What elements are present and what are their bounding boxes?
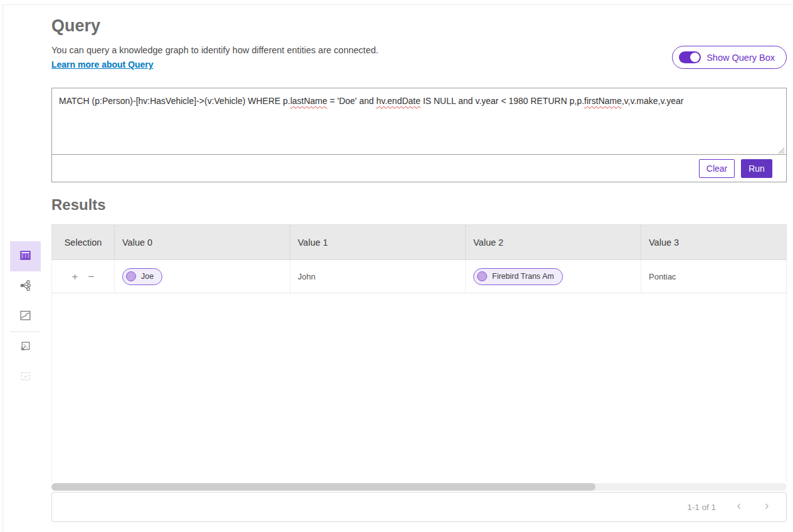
add-to-map-icon (19, 340, 32, 355)
entity-dot-icon (477, 271, 487, 281)
panel-left-divider (3, 4, 3, 532)
remove-selection-button[interactable]: − (88, 271, 95, 282)
query-panel: Query You can query a knowledge graph to… (0, 0, 793, 532)
results-table-header: Selection Value 0 Value 1 Value 2 Value … (51, 224, 787, 260)
row-value3-cell: Pontiac (641, 260, 786, 293)
entity-chip-label: Joe (141, 272, 154, 281)
sidebar-item-add-to-map[interactable] (10, 332, 41, 362)
query-segment-misspelled: lastName (290, 96, 327, 106)
sidebar-item-map-view[interactable] (10, 301, 41, 331)
next-page-button[interactable] (757, 499, 776, 515)
chevron-right-icon (762, 502, 771, 513)
row-value1-cell: John (290, 260, 466, 293)
clear-button[interactable]: Clear (699, 159, 735, 178)
query-segment-misspelled: hv.endDate (376, 96, 421, 106)
link-chart-icon (19, 279, 32, 295)
learn-more-link[interactable]: Learn more about Query (51, 60, 154, 70)
sidebar-item-link-chart-view[interactable] (10, 271, 41, 301)
pagination-bar: 1-1 of 1 (51, 492, 787, 522)
scrollbar-thumb[interactable] (51, 483, 596, 491)
results-title: Results (51, 196, 106, 214)
previous-page-button[interactable] (730, 499, 748, 515)
toggle-switch-on[interactable] (679, 51, 701, 63)
query-segment: IS NULL and v.year < 1980 RETURN p,p. (421, 96, 584, 106)
row-value0-cell: Joe (115, 260, 290, 293)
query-segment: MATCH (p:Person)-[hv:HasVehicle]->(v:Veh… (59, 96, 290, 106)
query-content: Query You can query a knowledge graph to… (51, 0, 787, 532)
table-row: + − Joe John Firebird Trans Am Pont (51, 260, 787, 293)
add-selection-button[interactable]: + (72, 271, 78, 282)
map-icon (19, 309, 32, 325)
chevron-left-icon (735, 502, 743, 513)
sidebar-item-table-view[interactable] (10, 241, 41, 271)
column-header-value2[interactable]: Value 2 (466, 225, 641, 259)
table-empty-area (51, 293, 787, 482)
show-query-box-toggle[interactable]: Show Query Box (672, 46, 787, 69)
page-title: Query (51, 16, 100, 36)
table-icon (19, 249, 32, 264)
toggle-knob (690, 53, 700, 62)
toggle-label: Show Query Box (706, 53, 775, 63)
query-segment: = 'Doe' and (327, 96, 376, 106)
entity-chip-label: Firebird Trans Am (492, 272, 554, 281)
query-editor-box: MATCH (p:Person)-[hv:HasVehicle]->(v:Veh… (51, 88, 787, 182)
query-actions-bar: Clear Run (52, 155, 786, 182)
query-segment-misspelled: firstName (584, 96, 622, 106)
row-selection-cell: + − (52, 260, 115, 293)
row-value2-cell: Firebird Trans Am (466, 260, 641, 293)
column-header-value0[interactable]: Value 0 (115, 225, 290, 259)
entity-chip-vehicle[interactable]: Firebird Trans Am (473, 268, 563, 285)
horizontal-scrollbar[interactable] (51, 483, 787, 491)
textarea-resize-handle[interactable] (777, 145, 785, 153)
column-header-selection[interactable]: Selection (52, 225, 115, 259)
column-header-value1[interactable]: Value 1 (290, 225, 466, 259)
query-textarea[interactable]: MATCH (p:Person)-[hv:HasVehicle]->(v:Veh… (52, 88, 786, 155)
page-description: You can query a knowledge graph to ident… (51, 45, 379, 55)
selection-tool-icon-disabled (19, 370, 32, 385)
results-table: Selection Value 0 Value 1 Value 2 Value … (51, 224, 787, 522)
entity-dot-icon (126, 271, 136, 281)
sidebar-item-selection-tool (10, 362, 41, 392)
run-button[interactable]: Run (741, 159, 772, 178)
pagination-range-label: 1-1 of 1 (687, 503, 716, 512)
column-header-value3[interactable]: Value 3 (641, 225, 786, 259)
entity-chip-person[interactable]: Joe (122, 268, 162, 285)
view-switcher-sidebar (10, 241, 41, 392)
query-segment: ,v,v.make,v.year (622, 96, 684, 106)
